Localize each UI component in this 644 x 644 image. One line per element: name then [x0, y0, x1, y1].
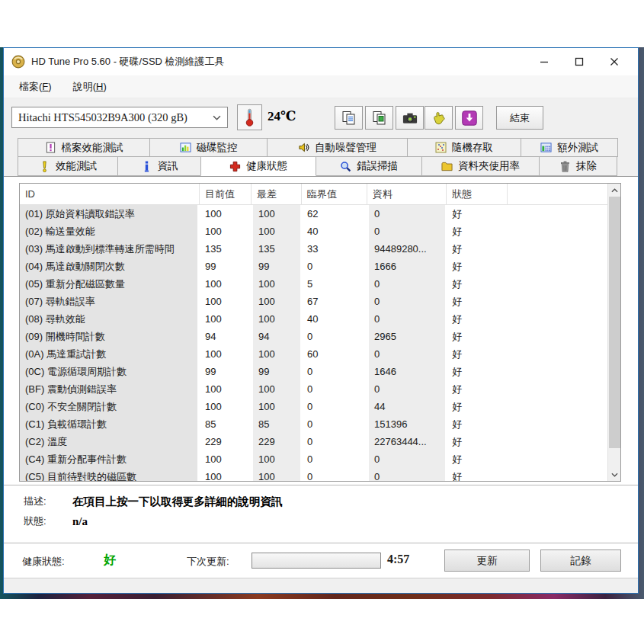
tab-random-access[interactable]: 隨機存取	[407, 138, 521, 157]
disk-monitor-icon	[180, 142, 191, 153]
tab-label: 資料夾使用率	[458, 159, 520, 173]
column-header-worst[interactable]: 最差	[252, 184, 302, 204]
tab-info[interactable]: 資訊	[117, 157, 201, 176]
tab-folder-usage[interactable]: 資料夾使用率	[421, 157, 540, 176]
column-header-id[interactable]: ID	[20, 184, 200, 204]
cell-data: 0	[367, 468, 447, 481]
cell-worst: 100	[252, 205, 302, 223]
table-row[interactable]: (0C) 電源循環周期計數999901646好	[20, 363, 607, 380]
update-button[interactable]: 更新	[444, 549, 530, 572]
cell-worst: 100	[252, 293, 302, 310]
table-row[interactable]: (C5) 目前待對映的磁區數10010000好	[20, 468, 607, 481]
copy-image-button[interactable]	[365, 106, 393, 130]
cell-data: 0	[367, 310, 447, 328]
cell-threshold: 33	[302, 240, 367, 258]
table-row[interactable]: (04) 馬達啟動關閉次數999901666好	[20, 258, 607, 275]
menu-help[interactable]: 說明(H)	[66, 77, 114, 97]
table-row[interactable]: (C0) 不安全關閉計數100100044好	[20, 398, 607, 415]
tab-disk-monitor[interactable]: 磁碟監控	[149, 138, 268, 157]
cell-current: 100	[200, 380, 252, 398]
maximize-button[interactable]	[562, 48, 597, 75]
table-row[interactable]: (C4) 重新分配事件計數10010000好	[20, 450, 607, 468]
cell-data: 0	[367, 275, 447, 293]
cell-id: (02) 輸送量效能	[20, 223, 200, 240]
cell-data: 1666	[367, 258, 447, 275]
footer-bar: 健康狀態: 好 下次更新: 4:57 更新 記錄	[4, 543, 638, 578]
table-row[interactable]: (09) 開機時間計數949402965好	[20, 328, 607, 345]
temperature-button[interactable]	[237, 104, 262, 130]
cell-status: 好	[447, 398, 508, 415]
column-header-data[interactable]: 資料	[367, 184, 447, 204]
update-check-button[interactable]	[455, 106, 483, 130]
maximize-icon	[575, 57, 584, 66]
table-row[interactable]: (C2) 溫度229229022763444...好	[20, 433, 607, 450]
cell-status: 好	[447, 415, 508, 433]
tab-benchmark[interactable]: 效能測試	[18, 157, 118, 176]
tab-label: 額外測試	[557, 141, 598, 155]
column-header-threshold[interactable]: 臨界值	[302, 184, 367, 204]
donate-button[interactable]	[425, 106, 453, 130]
tab-label: 效能測試	[56, 159, 97, 173]
status-label: 狀態:	[4, 514, 72, 528]
cell-id: (BF) 震動偵測錯誤率	[20, 380, 200, 398]
tab-extra-tests[interactable]: 額外測試	[521, 138, 618, 157]
cell-data: 0	[367, 380, 447, 398]
status-text: n/a	[72, 515, 88, 528]
thermometer-icon	[245, 107, 255, 127]
table-row[interactable]: (03) 馬達啟動到標準轉速所需時間1351353394489280...好	[20, 240, 607, 258]
tab-erase[interactable]: 抹除	[539, 157, 617, 176]
column-header-current[interactable]: 目前值	[200, 184, 252, 204]
cell-data: 94489280...	[367, 240, 447, 258]
minimize-button[interactable]	[527, 48, 562, 75]
table-row[interactable]: (05) 重新分配磁區數量10010050好	[20, 275, 607, 293]
cell-threshold: 0	[302, 258, 367, 275]
window-bottom-strip	[4, 578, 638, 593]
tab-file-benchmark[interactable]: 檔案效能測試	[18, 138, 150, 157]
scrollbar-thumb[interactable]	[609, 197, 620, 448]
log-button[interactable]: 記錄	[540, 549, 621, 572]
column-header-status[interactable]: 狀態	[447, 184, 508, 204]
close-button[interactable]	[597, 48, 632, 75]
cell-id: (C0) 不安全關閉計數	[20, 398, 200, 415]
app-disk-icon	[11, 55, 25, 69]
table-row[interactable]: (C1) 負載循環計數85850151396好	[20, 415, 607, 433]
cell-threshold: 40	[302, 223, 367, 240]
cell-id: (08) 尋軌效能	[20, 310, 200, 328]
screenshot-button[interactable]	[396, 106, 424, 130]
drive-selector-value: Hitachi HTS545032B9A300 (320 gB)	[18, 111, 187, 124]
menu-file[interactable]: 檔案(F)	[11, 77, 59, 97]
drive-selector[interactable]: Hitachi HTS545032B9A300 (320 gB)	[11, 107, 228, 128]
cell-status: 好	[447, 293, 508, 310]
table-row[interactable]: (08) 尋軌效能100100400好	[20, 310, 607, 328]
table-row[interactable]: (07) 尋軌錯誤率100100670好	[20, 293, 607, 310]
table-header: ID 目前值 最差 臨界值 資料 狀態	[20, 184, 607, 205]
cell-threshold: 67	[302, 293, 367, 310]
copy-text-button[interactable]	[335, 106, 363, 130]
table-row[interactable]: (0A) 馬達重試計數100100600好	[20, 345, 607, 363]
cell-worst: 100	[252, 380, 302, 398]
cell-data: 2965	[367, 328, 447, 345]
cell-filler	[508, 205, 607, 223]
tab-label: 資訊	[158, 159, 178, 173]
table-row[interactable]: (02) 輸送量效能100100400好	[20, 223, 607, 240]
smart-table: ID 目前值 最差 臨界值 資料 狀態 (01) 原始資料讀取錯誤率100100…	[19, 183, 621, 482]
tab-label: 健康狀態	[246, 159, 287, 173]
table-row[interactable]: (BF) 震動偵測錯誤率10010000好	[20, 380, 607, 398]
cell-status: 好	[447, 205, 508, 223]
tab-health-status[interactable]: 健康狀態	[200, 157, 316, 176]
cell-status: 好	[447, 240, 508, 258]
scroll-up-button[interactable]	[608, 184, 621, 197]
cell-threshold: 0	[302, 468, 367, 481]
log-button-label: 記錄	[571, 554, 591, 568]
hd-tune-window: HD Tune Pro 5.60 - 硬碟/SSD 檢測維護工具 檔案(F) 說…	[3, 47, 639, 594]
table-row[interactable]: (01) 原始資料讀取錯誤率100100620好	[20, 205, 607, 223]
cell-filler	[508, 223, 607, 240]
vertical-scrollbar[interactable]	[607, 184, 620, 481]
tab-error-scan[interactable]: 錯誤掃描	[316, 157, 422, 176]
exit-button[interactable]: 結束	[496, 106, 543, 130]
cell-current: 135	[200, 240, 252, 258]
tab-acoustic-management[interactable]: 自動噪聲管理	[267, 138, 408, 157]
temperature-value: 24℃	[268, 108, 296, 124]
scroll-down-button[interactable]	[608, 468, 621, 481]
cell-status: 好	[447, 328, 508, 345]
